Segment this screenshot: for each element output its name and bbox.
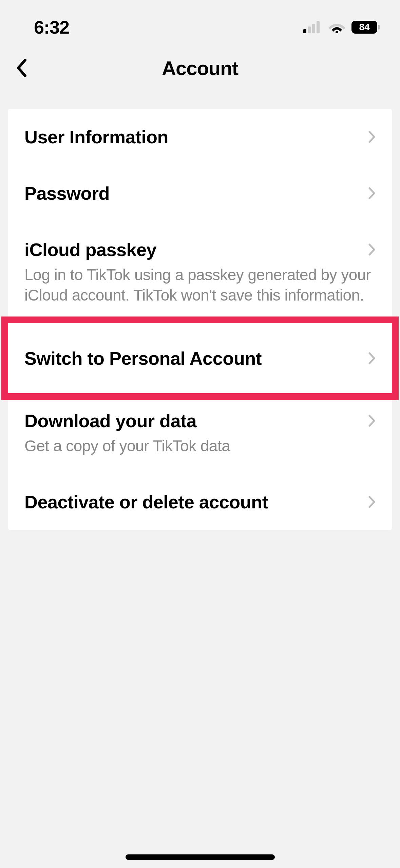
chevron-right-icon bbox=[368, 414, 376, 427]
row-deactivate-delete[interactable]: Deactivate or delete account bbox=[8, 474, 392, 530]
status-indicators: 84 bbox=[303, 21, 380, 34]
chevron-left-icon bbox=[16, 59, 26, 77]
row-download-data[interactable]: Download your data Get a copy of your Ti… bbox=[8, 400, 392, 474]
row-user-information[interactable]: User Information bbox=[8, 109, 392, 165]
wifi-icon bbox=[328, 21, 345, 33]
battery-indicator: 84 bbox=[351, 21, 380, 34]
row-label: User Information bbox=[24, 126, 168, 147]
svg-rect-2 bbox=[312, 24, 315, 33]
chevron-right-icon bbox=[368, 130, 376, 143]
cellular-signal-icon bbox=[303, 21, 322, 33]
back-button[interactable] bbox=[11, 58, 31, 78]
row-icloud-passkey[interactable]: iCloud passkey Log in to TikTok using a … bbox=[8, 221, 392, 317]
page-title: Account bbox=[162, 57, 238, 79]
chevron-right-icon bbox=[368, 243, 376, 256]
row-label: Password bbox=[24, 183, 110, 204]
svg-rect-3 bbox=[317, 21, 320, 33]
home-indicator[interactable] bbox=[126, 854, 275, 860]
row-switch-to-personal[interactable]: Switch to Personal Account bbox=[1, 317, 399, 400]
row-label: Deactivate or delete account bbox=[24, 491, 268, 512]
row-label: Switch to Personal Account bbox=[24, 348, 262, 369]
row-label: iCloud passkey bbox=[24, 239, 156, 260]
settings-card: User Information Password iCloud passkey… bbox=[8, 109, 392, 530]
svg-rect-1 bbox=[308, 26, 311, 33]
svg-rect-0 bbox=[303, 29, 306, 33]
row-label: Download your data bbox=[24, 410, 196, 431]
nav-header: Account bbox=[0, 48, 400, 88]
battery-level: 84 bbox=[359, 22, 369, 33]
row-sublabel: Get a copy of your TikTok data bbox=[24, 436, 376, 456]
chevron-right-icon bbox=[368, 495, 376, 508]
chevron-right-icon bbox=[368, 352, 376, 365]
status-bar: 6:32 84 bbox=[0, 0, 400, 48]
status-time: 6:32 bbox=[34, 17, 69, 38]
svg-point-4 bbox=[336, 31, 338, 33]
row-sublabel: Log in to TikTok using a passkey generat… bbox=[24, 265, 376, 306]
chevron-right-icon bbox=[368, 187, 376, 200]
row-password[interactable]: Password bbox=[8, 165, 392, 221]
